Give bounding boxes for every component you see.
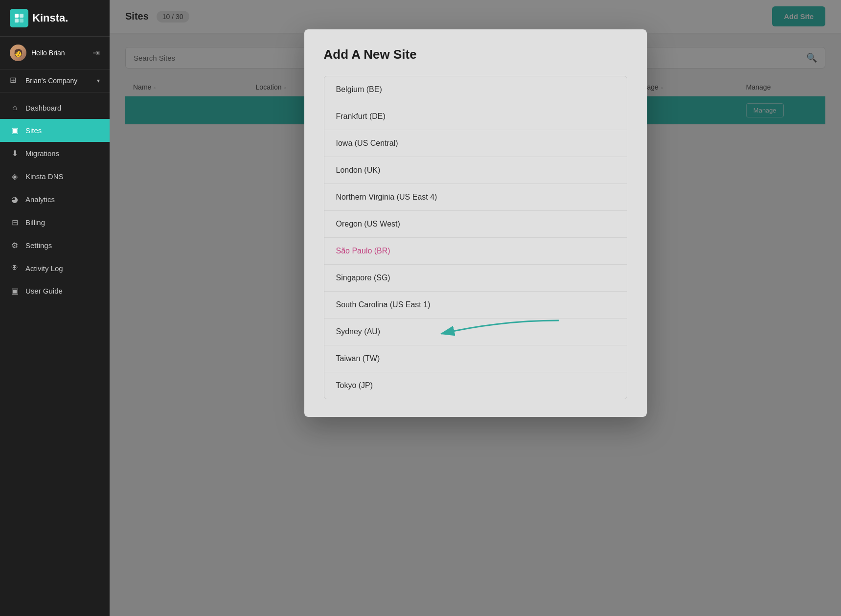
svg-rect-3 [20,19,23,23]
logout-icon[interactable]: ⇥ [92,47,100,58]
sidebar-item-label: Analytics [25,195,55,204]
sidebar-item-label: Dashboard [25,104,61,112]
modal-title: Add A New Site [324,47,627,62]
logo-area: Kinsta. [0,0,110,37]
chevron-down-icon: ▾ [97,77,100,84]
sidebar-item-settings[interactable]: ⚙ Settings [0,234,110,257]
activity-log-icon: 👁 [10,264,20,273]
user-info: 🧑 Hello Brian [10,45,65,61]
location-item-taiwan[interactable]: Taiwan (TW) [324,345,627,372]
sidebar-item-kinsta-dns[interactable]: ◈ Kinsta DNS [0,165,110,188]
dashboard-icon: ⌂ [10,103,20,112]
sidebar-item-activity-log[interactable]: 👁 Activity Log [0,257,110,279]
location-item-tokyo[interactable]: Tokyo (JP) [324,372,627,399]
billing-icon: ⊟ [10,218,20,227]
svg-rect-0 [15,14,19,18]
svg-rect-2 [15,19,19,23]
sidebar-item-label: Billing [25,218,45,227]
user-guide-icon: ▣ [10,286,20,296]
location-item-london[interactable]: London (UK) [324,157,627,184]
sidebar-item-dashboard[interactable]: ⌂ Dashboard [0,96,110,119]
location-item-iowa[interactable]: Iowa (US Central) [324,130,627,157]
location-item-south-carolina[interactable]: South Carolina (US East 1) [324,292,627,319]
sidebar-item-billing[interactable]: ⊟ Billing [0,211,110,234]
migrations-icon: ⬇ [10,149,20,158]
dns-icon: ◈ [10,172,20,181]
sidebar-item-analytics[interactable]: ◕ Analytics [0,188,110,211]
sidebar: Kinsta. 🧑 Hello Brian ⇥ ⊞ Brian's Compan… [0,0,110,616]
company-name: Brian's Company [25,77,77,85]
sites-icon: ▣ [10,126,20,135]
main-content: Sites 10 / 30 Add Site 🔍 Name ⬦ Location… [110,0,841,616]
analytics-icon: ◕ [10,195,20,204]
sidebar-item-label: Kinsta DNS [25,172,64,181]
location-item-sao-paulo[interactable]: São Paulo (BR) [324,238,627,265]
sidebar-item-sites[interactable]: ▣ Sites [0,119,110,142]
logo-text: Kinsta. [32,12,68,24]
location-item-frankfurt[interactable]: Frankfurt (DE) [324,103,627,130]
modal-add-site: Add A New Site Belgium (BE)Frankfurt (DE… [304,29,647,417]
avatar: 🧑 [10,45,26,61]
location-item-oregon[interactable]: Oregon (US West) [324,211,627,238]
sidebar-item-label: Settings [25,241,52,250]
location-item-northern-virginia[interactable]: Northern Virginia (US East 4) [324,184,627,211]
company-section[interactable]: ⊞ Brian's Company ▾ [0,69,110,92]
location-list: Belgium (BE)Frankfurt (DE)Iowa (US Centr… [324,76,627,399]
svg-rect-1 [20,14,23,18]
logo-icon [10,9,28,27]
user-name: Hello Brian [31,49,65,57]
sidebar-item-migrations[interactable]: ⬇ Migrations [0,142,110,165]
location-item-belgium[interactable]: Belgium (BE) [324,76,627,103]
sidebar-item-label: Activity Log [25,264,63,273]
sidebar-item-user-guide[interactable]: ▣ User Guide [0,279,110,302]
sidebar-nav: ⌂ Dashboard ▣ Sites ⬇ Migrations ◈ Kinst… [0,92,110,616]
sidebar-item-label: Sites [25,126,42,135]
modal-overlay[interactable]: Add A New Site Belgium (BE)Frankfurt (DE… [110,0,841,616]
location-item-sydney[interactable]: Sydney (AU) [324,319,627,345]
location-item-singapore[interactable]: Singapore (SG) [324,265,627,292]
sidebar-item-label: Migrations [25,149,59,158]
sidebar-item-label: User Guide [25,287,63,295]
company-icon: ⊞ [10,75,21,86]
user-section[interactable]: 🧑 Hello Brian ⇥ [0,37,110,69]
company-info: ⊞ Brian's Company [10,75,77,86]
settings-icon: ⚙ [10,241,20,250]
